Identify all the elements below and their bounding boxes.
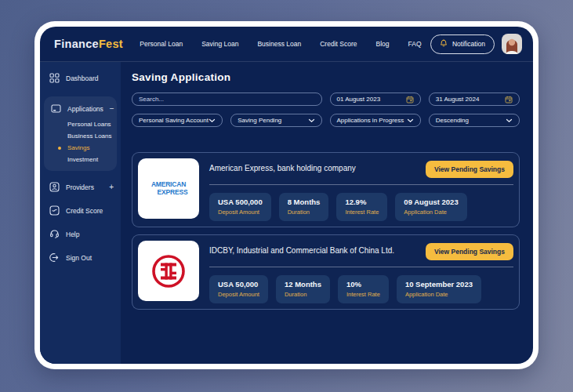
sidebar-item-business-loans[interactable]: Business Loans: [67, 132, 114, 140]
date-to-field[interactable]: 31 August 2024: [429, 93, 520, 106]
applications-sub-list: Personal Loans Business Loans Savings In…: [67, 121, 114, 163]
chevron-down-icon: [506, 118, 513, 123]
stat-application-date: 10 September 2023 Application Date: [397, 275, 481, 303]
dashboard-grid-icon: [49, 73, 60, 83]
sidebar-item-dashboard[interactable]: Dashboard: [49, 73, 117, 83]
stat-value: USA 50,000: [218, 280, 259, 289]
providers-person-icon: [49, 182, 60, 192]
savings-card-list: AMERICAN EXPRESS American Express, bank …: [132, 152, 520, 310]
sidebar-help-label: Help: [66, 230, 79, 238]
account-type-value: Personal Saving Account: [139, 117, 209, 124]
sidebar-item-sign-out[interactable]: Sign Out: [49, 252, 117, 263]
brand-logo[interactable]: FinanceFest: [54, 38, 123, 50]
stat-application-date: 09 August 2023 Application Date: [395, 193, 466, 221]
savings-card-amex: AMERICAN EXPRESS American Express, bank …: [132, 152, 520, 227]
view-pending-savings-button[interactable]: View Pending Savings: [426, 161, 513, 178]
brand-accent: Fest: [99, 38, 123, 50]
page-title: Saving Application: [132, 71, 520, 83]
sidebar-item-credit-score[interactable]: Credit Score: [49, 205, 117, 216]
bell-icon: [440, 39, 448, 49]
stat-value: 09 August 2023: [404, 198, 458, 206]
stat-duration: 12 Months Duration: [276, 275, 330, 303]
card-content: American Express, bank holding company V…: [209, 158, 513, 221]
status-dropdown[interactable]: Saving Pending: [230, 114, 321, 127]
top-header: FinanceFest Personal Loan Saving Loan Bu…: [40, 27, 533, 62]
notification-label: Notification: [452, 40, 485, 48]
date-to-value: 31 August 2024: [436, 96, 480, 103]
sidebar-item-applications[interactable]: Applications −: [51, 103, 114, 114]
card-divider: [209, 184, 513, 185]
brand-primary: Finance: [54, 38, 99, 50]
stat-interest-rate: 10% Interest Rate: [338, 275, 389, 303]
expand-plus-icon[interactable]: +: [109, 183, 114, 191]
bank-name: IDCBY, Industrial and Commercial Bank of…: [209, 243, 394, 255]
card-stats: USA 500,000 Deposit Amount 8 Months Dura…: [209, 193, 513, 221]
sidebar-sign-out-label: Sign Out: [66, 254, 92, 262]
date-from-field[interactable]: 01 August 2023: [330, 93, 421, 106]
user-avatar[interactable]: [502, 34, 522, 54]
stat-value: USA 500,000: [218, 198, 263, 206]
amex-logo: AMERICAN EXPRESS: [138, 158, 199, 219]
stat-duration: 8 Months Duration: [279, 193, 329, 221]
stat-label: Application Date: [405, 291, 473, 298]
card-content: IDCBY, Industrial and Commercial Bank of…: [209, 241, 513, 303]
top-navigation: Personal Loan Saving Loan Business Loan …: [132, 40, 421, 48]
nav-credit-score[interactable]: Credit Score: [320, 40, 357, 48]
progress-value: Applications in Progress: [337, 117, 404, 124]
nav-personal-loan[interactable]: Personal Loan: [140, 40, 183, 48]
sidebar-credit-score-label: Credit Score: [66, 207, 103, 215]
nav-faq[interactable]: FAQ: [408, 40, 421, 48]
help-headset-icon: [49, 229, 60, 239]
nav-business-loan[interactable]: Business Loan: [257, 40, 301, 48]
sidebar-item-savings[interactable]: Savings: [67, 144, 114, 151]
sort-order-dropdown[interactable]: Descending: [429, 114, 520, 127]
app-window-frame: FinanceFest Personal Loan Saving Loan Bu…: [34, 21, 539, 369]
sidebar-item-personal-loans[interactable]: Personal Loans: [67, 121, 114, 128]
credit-score-icon: [49, 205, 60, 216]
main-content: Saving Application 01 August 2023: [121, 62, 533, 364]
chevron-down-icon: [308, 118, 315, 123]
card-divider: [209, 267, 513, 267]
sign-out-icon: [49, 252, 60, 263]
stat-label: Application Date: [404, 209, 458, 216]
savings-card-icbc: IDCBY, Industrial and Commercial Bank of…: [132, 234, 520, 310]
filters-bar: 01 August 2023 31 August 2024: [132, 93, 520, 127]
sidebar-dashboard-label: Dashboard: [66, 74, 99, 82]
stat-value: 10 September 2023: [405, 280, 473, 289]
chevron-down-icon: [407, 118, 414, 123]
view-pending-savings-button[interactable]: View Pending Savings: [426, 243, 513, 260]
stat-value: 8 Months: [288, 198, 321, 206]
date-from-value: 01 August 2023: [337, 96, 381, 103]
sidebar-applications-label: Applications: [67, 105, 103, 113]
stat-deposit-amount: USA 50,000 Deposit Amount: [209, 275, 268, 303]
progress-dropdown[interactable]: Applications in Progress: [330, 114, 421, 127]
stat-label: Duration: [285, 291, 321, 298]
status-value: Saving Pending: [238, 117, 281, 124]
amex-logo-line2: EXPRESS: [155, 189, 190, 196]
collapse-minus-icon[interactable]: −: [110, 104, 114, 113]
search-field[interactable]: [132, 93, 322, 106]
stat-label: Duration: [288, 209, 321, 216]
notification-button[interactable]: Notification: [430, 34, 495, 54]
stat-interest-rate: 12.9% Interest Rate: [336, 193, 387, 221]
sidebar-item-help[interactable]: Help: [49, 229, 117, 239]
app-body: Dashboard Applications −: [40, 62, 533, 364]
sidebar-item-investment[interactable]: Investment: [67, 156, 114, 163]
sidebar-applications-group: Applications − Personal Loans Business L…: [44, 96, 117, 171]
nav-blog[interactable]: Blog: [375, 40, 389, 48]
stat-label: Interest Rate: [345, 209, 379, 216]
search-input[interactable]: [139, 96, 315, 103]
nav-saving-loan[interactable]: Saving Loan: [201, 40, 238, 48]
chevron-down-icon: [209, 118, 216, 123]
bank-name: American Express, bank holding company: [209, 161, 356, 172]
sidebar-providers-label: Providers: [66, 183, 94, 191]
sidebar-item-providers[interactable]: Providers +: [49, 182, 117, 192]
account-type-dropdown[interactable]: Personal Saving Account: [132, 114, 223, 127]
stat-label: Interest Rate: [346, 291, 380, 298]
stat-value: 10%: [346, 280, 380, 289]
applications-icon: [51, 103, 61, 114]
stat-value: 12.9%: [345, 198, 379, 206]
calendar-icon: [406, 96, 414, 103]
stat-label: Deposit Amount: [218, 291, 259, 298]
stat-value: 12 Months: [285, 280, 321, 289]
